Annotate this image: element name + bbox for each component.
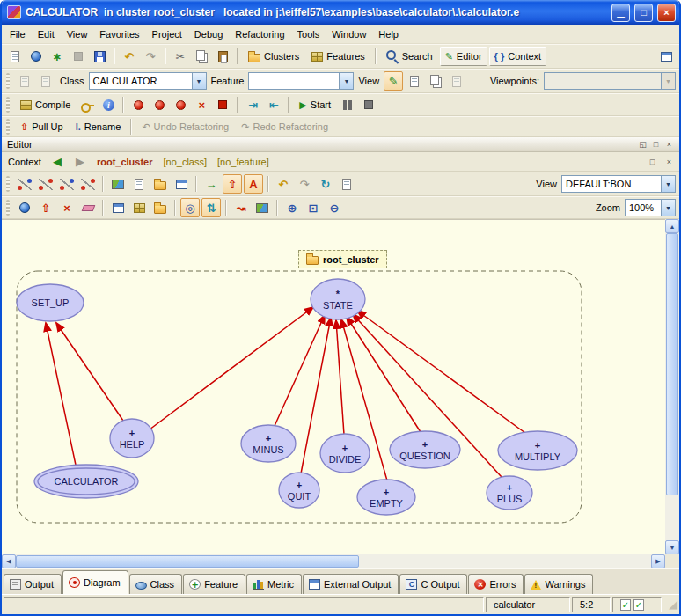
print-icon[interactable] [129,174,149,194]
menu-help[interactable]: Help [372,26,405,42]
menu-tools[interactable]: Tools [291,26,326,42]
minimize-button[interactable]: ▁ [611,4,630,22]
viewpoints-combo-dropdown[interactable]: ▼ [661,73,675,89]
new-window-icon[interactable] [172,174,191,194]
tab-output[interactable]: Output [4,574,62,594]
diagram-node-DIVIDE[interactable]: +DIVIDE [320,434,370,473]
toolbar-grip[interactable] [6,97,10,113]
save-icon[interactable] [90,47,109,66]
aggregate-tool-icon[interactable] [78,174,98,194]
zoom-out-icon[interactable]: ⊖ [325,198,344,217]
zoom-dropdown[interactable]: ▼ [661,200,675,216]
diagram-canvas[interactable]: SET_UP*STATE+HELPCALCULATOR+MINUS+QUIT+D… [2,219,665,554]
zoom-combo[interactable]: 100% ▼ [625,199,676,216]
scroll-right-button[interactable]: ▶ [651,554,665,568]
editor-toggle-button[interactable]: ✎ Editor [440,47,487,66]
toolbar-grip[interactable] [6,176,10,192]
basic-text-view-icon[interactable]: ✎ [384,71,403,91]
maximize-panel-icon[interactable]: □ [646,156,659,168]
cut-icon[interactable]: ✂ [171,47,190,66]
diagram-node-STATE[interactable]: *STATE [311,279,365,319]
open-diagram-icon[interactable] [150,174,170,194]
compile-button[interactable]: Compile [15,95,76,114]
diagram-node-QUIT[interactable]: +QUIT [279,473,319,508]
horizontal-scroll-track[interactable] [16,554,651,568]
editor-panel-header[interactable]: Editor ◱ □ × [2,137,679,152]
attach-debugger-icon[interactable] [171,95,190,114]
inheritance-edge[interactable] [347,317,421,432]
quality-icon[interactable] [253,198,272,217]
class-combo-dropdown[interactable]: ▼ [192,73,206,89]
tab-c-output[interactable]: C Output [399,574,467,594]
inheritance-edge[interactable] [56,323,123,421]
clickable-view-icon[interactable] [405,71,424,91]
diagram-node-CALCULATOR[interactable]: CALCULATOR [34,465,138,498]
snapshot-icon[interactable] [337,174,356,194]
arrange-icon[interactable]: ⇅ [201,198,221,217]
horizontal-scrollbar[interactable]: ◀ ▶ [2,554,665,568]
inheritance-mode-icon[interactable]: ⇧ [223,174,242,194]
menu-window[interactable]: Window [326,26,372,42]
inheritance-edge[interactable] [336,320,344,435]
tab-warnings[interactable]: Warnings [524,574,593,594]
context-forward-icon[interactable]: ▶ [70,152,90,172]
undo-diagram-icon[interactable]: ↶ [274,174,293,194]
context-back-icon[interactable]: ◀ [48,152,67,172]
open-project-icon[interactable] [26,47,46,66]
tab-class[interactable]: Class [129,574,183,594]
undo-icon[interactable]: ↶ [120,47,139,66]
history-back-icon[interactable] [15,71,34,91]
info-icon[interactable] [99,95,118,114]
diagram-node-QUESTION[interactable]: +QUESTION [390,431,460,468]
vertical-scroll-track[interactable] [665,233,679,540]
menu-debug[interactable]: Debug [188,26,229,42]
float-panel-icon[interactable]: ◱ [636,138,649,150]
context-feature-crumb[interactable]: [no_feature] [214,157,273,167]
stop-icon[interactable] [69,47,88,66]
close-panel-icon[interactable]: × [663,138,676,150]
scroll-down-button[interactable]: ▼ [665,540,679,554]
history-forward-icon[interactable] [36,71,55,91]
context-class-crumb[interactable]: [no_class] [160,157,211,167]
viewpoints-combo[interactable]: ▼ [544,72,676,90]
diagram-view-combo[interactable]: DEFAULT:BON ▼ [561,175,676,193]
step-out-icon[interactable]: ⇤ [264,95,283,114]
title-bar[interactable]: CALCULATOR in cluster root_cluster locat… [2,0,679,25]
maximize-button[interactable]: □ [634,4,653,22]
features-button[interactable]: Features [306,47,370,66]
contract-view-icon[interactable] [447,71,466,91]
context-toggle-button[interactable]: { } Context [489,47,547,66]
new-class-icon[interactable]: ∗ [48,47,67,66]
feature-combo[interactable]: ▼ [248,72,354,90]
paste-icon[interactable] [213,47,232,66]
refresh-diagram-icon[interactable]: ↻ [316,174,335,194]
zoom-in-icon[interactable]: ⊕ [282,198,302,217]
run-icon[interactable] [128,95,148,114]
close-panel-icon[interactable]: × [663,156,676,168]
windows-layout-icon[interactable] [108,198,128,217]
force-layout-icon[interactable]: ◎ [180,198,200,217]
toolbar-grip[interactable] [6,200,10,216]
diagram-svg[interactable]: SET_UP*STATE+HELPCALCULATOR+MINUS+QUIT+D… [2,220,665,554]
finalize-icon[interactable] [77,95,97,114]
pull-up-button[interactable]: ⇧ Pull Up [15,117,69,136]
menu-favorites[interactable]: Favorites [93,26,145,42]
diagram-node-EMPTY[interactable]: +EMPTY [357,480,415,515]
diagram-node-PLUS[interactable]: +PLUS [487,476,532,510]
export-image-icon[interactable] [108,174,128,194]
diagram-node-HELP[interactable]: +HELP [110,419,154,458]
tab-metric[interactable]: Metric [246,574,302,594]
add-client-link-icon[interactable]: → [201,174,221,194]
copy-icon[interactable] [192,47,211,66]
class-tool-icon[interactable] [15,174,34,194]
tab-feature[interactable]: Feature [183,574,245,594]
step-into-icon[interactable]: ⇥ [243,95,262,114]
stop-application-icon[interactable] [213,95,232,114]
inheritance-edge[interactable] [150,307,313,429]
cluster-label[interactable]: root_cluster [298,250,387,268]
tab-external-output[interactable]: External Output [303,574,399,594]
context-cluster-crumb[interactable]: root_cluster [93,157,157,167]
eraser-icon[interactable] [78,198,98,217]
close-button[interactable]: × [657,4,676,22]
diagram-node-MULTIPLY[interactable]: +MULTIPLY [498,431,577,470]
